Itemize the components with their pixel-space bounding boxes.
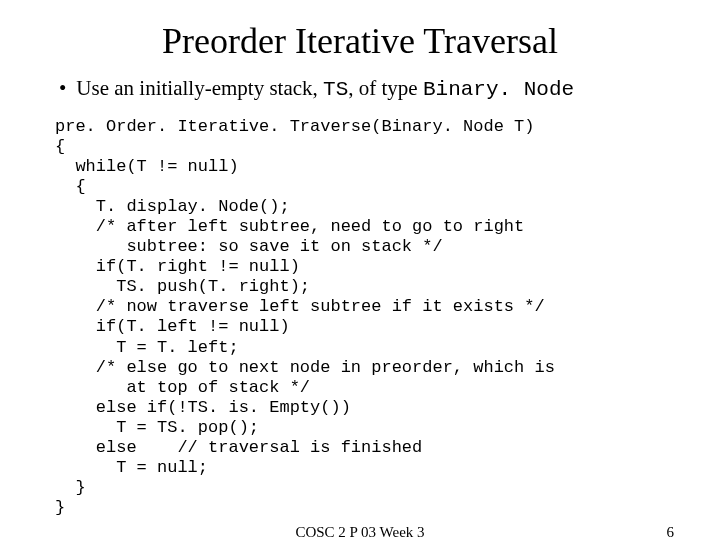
code-block: pre. Order. Iterative. Traverse(Binary. … <box>55 117 665 518</box>
bullet-middle: , of type <box>348 76 423 100</box>
footer-course: COSC 2 P 03 Week 3 <box>295 524 424 540</box>
bullet-item: • Use an initially-empty stack, TS, of t… <box>55 76 665 101</box>
footer-page-number: 6 <box>667 524 675 540</box>
bullet-text: Use an initially-empty stack, TS, of typ… <box>76 76 574 101</box>
bullet-code-ts: TS <box>323 78 348 101</box>
bullet-marker: • <box>59 76 66 101</box>
slide-title: Preorder Iterative Traversal <box>55 20 665 62</box>
bullet-code-type: Binary. Node <box>423 78 574 101</box>
bullet-prefix: Use an initially-empty stack, <box>76 76 323 100</box>
